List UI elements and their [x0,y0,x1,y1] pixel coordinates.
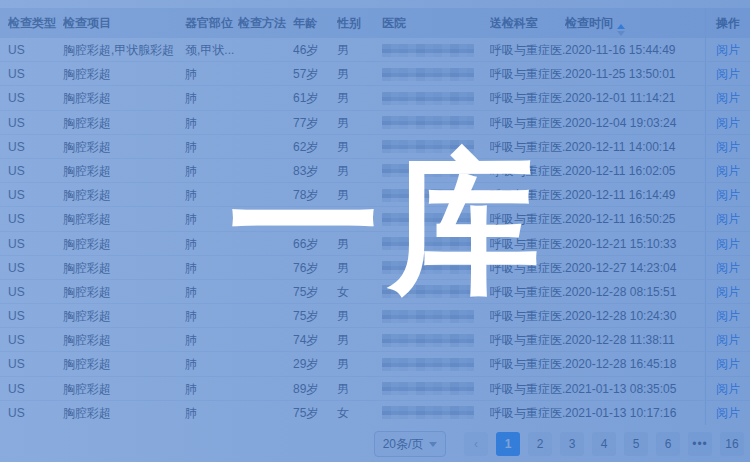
cell-department: 呼吸与重症医... [490,38,565,61]
cell-department: 呼吸与重症医... [490,352,565,375]
page-size-value: 20条/页 [383,436,424,453]
column-header-exam-time[interactable]: 检查时间 [565,8,705,38]
more-pages-button[interactable]: ••• [688,432,712,456]
cell-method [238,159,293,182]
cell-exam-type: US [8,159,63,182]
cell-exam-type: US [8,232,63,255]
column-header-hospital: 医院 [382,8,490,38]
cell-exam-item: 胸腔彩超 [63,111,185,134]
cell-age: 83岁 [293,159,337,182]
hospital-redacted-blur [382,334,474,347]
cell-gender: 男 [337,256,382,279]
page-button-5[interactable]: 5 [624,432,648,456]
view-film-link[interactable]: 阅片 [716,188,740,202]
cell-gender: 女 [337,401,382,425]
page-button-4[interactable]: 4 [592,432,616,456]
cell-gender: 男 [337,183,382,206]
chevron-down-icon [429,442,437,451]
table-row: US 胸腔彩超 肺 76岁 女 呼吸与重症医... 2020-12-11 16:… [0,207,750,231]
view-film-link[interactable]: 阅片 [716,333,740,347]
cell-age: 75岁 [293,304,337,327]
view-film-link[interactable]: 阅片 [716,357,740,371]
hospital-redacted-blur [382,68,474,81]
cell-gender: 男 [337,232,382,255]
sort-asc-icon[interactable] [617,20,625,38]
table-row: US 胸腔彩超 肺 61岁 男 呼吸与重症医... 2020-12-01 11:… [0,86,750,110]
hospital-redacted-blur [382,358,474,371]
cell-exam-time: 2020-12-28 16:45:18 [565,352,705,375]
page-size-select[interactable]: 20条/页 [374,431,446,457]
table-row: US 胸腔彩超 肺 76岁 男 呼吸与重症医... 2020-12-27 14:… [0,256,750,280]
cell-age: 66岁 [293,232,337,255]
table-body: US 胸腔彩超,甲状腺彩超 颈,甲状... 46岁 男 呼吸与重症医... 20… [0,38,750,425]
view-film-link[interactable]: 阅片 [716,67,740,81]
hospital-redacted-blur [382,285,474,298]
view-film-link[interactable]: 阅片 [716,140,740,154]
cell-method [238,207,293,230]
view-film-link[interactable]: 阅片 [716,382,740,396]
hospital-redacted-blur [382,116,474,129]
hospital-redacted-blur [382,164,474,177]
view-film-link[interactable]: 阅片 [716,43,740,57]
cell-exam-time: 2020-12-11 16:50:25 [565,207,705,230]
cell-age: 29岁 [293,352,337,375]
cell-gender: 男 [337,328,382,351]
cell-organ: 肺 [185,111,238,134]
cell-age: 75岁 [293,401,337,425]
view-film-link[interactable]: 阅片 [716,309,740,323]
cell-gender: 男 [337,62,382,85]
cell-method [238,38,293,61]
cell-method [238,256,293,279]
table-row: US 胸腔彩超 肺 75岁 男 呼吸与重症医... 2020-12-28 10:… [0,304,750,328]
column-header-age: 年龄 [293,8,337,38]
prev-page-button[interactable]: ‹ [464,432,488,456]
hospital-redacted-blur [382,92,474,105]
cell-hospital [382,401,490,425]
table-row: US 胸腔彩超 肺 57岁 男 呼吸与重症医... 2020-11-25 13:… [0,62,750,86]
cell-hospital [382,86,490,109]
cell-exam-time: 2021-01-13 10:17:16 [565,401,705,425]
page-button-1[interactable]: 1 [496,432,520,456]
cell-organ: 肺 [185,232,238,255]
table-row: US 胸腔彩超 肺 66岁 男 呼吸与重症医... 2020-12-21 15:… [0,232,750,256]
view-film-link[interactable]: 阅片 [716,212,740,226]
hospital-redacted-blur [382,310,474,323]
page-button-3[interactable]: 3 [560,432,584,456]
view-film-link[interactable]: 阅片 [716,406,740,420]
hospital-redacted-blur [382,261,474,274]
table-row: US 胸腔彩超 肺 75岁 女 呼吸与重症医... 2020-12-28 08:… [0,280,750,304]
cell-exam-time: 2020-11-25 13:50:01 [565,62,705,85]
cell-exam-item: 胸腔彩超 [63,304,185,327]
table-row: US 胸腔彩超 肺 62岁 男 呼吸与重症医... 2020-12-11 14:… [0,135,750,159]
view-film-link[interactable]: 阅片 [716,261,740,275]
cell-method [238,304,293,327]
cell-hospital [382,328,490,351]
exam-time-label: 检查时间 [565,16,613,30]
cell-department: 呼吸与重症医... [490,159,565,182]
table-row: US 胸腔彩超 肺 83岁 男 呼吸与重症医... 2020-12-11 16:… [0,159,750,183]
last-page-button[interactable]: 16 [720,432,744,456]
view-film-link[interactable]: 阅片 [716,116,740,130]
hospital-redacted-blur [382,382,474,395]
table-row: US 胸腔彩超 肺 74岁 男 呼吸与重症医... 2020-12-28 11:… [0,328,750,352]
view-film-link[interactable]: 阅片 [716,237,740,251]
cell-age: 89岁 [293,377,337,400]
cell-exam-time: 2020-12-21 15:10:33 [565,232,705,255]
cell-department: 呼吸与重症医... [490,183,565,206]
cell-method [238,328,293,351]
view-film-link[interactable]: 阅片 [716,285,740,299]
cell-method [238,377,293,400]
view-film-link[interactable]: 阅片 [716,164,740,178]
cell-exam-type: US [8,328,63,351]
page-button-2[interactable]: 2 [528,432,552,456]
view-film-link[interactable]: 阅片 [716,91,740,105]
cell-hospital [382,111,490,134]
cell-organ: 颈,甲状... [185,38,238,61]
cell-hospital [382,207,490,230]
cell-gender: 男 [337,135,382,158]
cell-hospital [382,38,490,61]
page-button-6[interactable]: 6 [656,432,680,456]
cell-organ: 肺 [185,135,238,158]
cell-gender: 男 [337,352,382,375]
cell-organ: 肺 [185,328,238,351]
